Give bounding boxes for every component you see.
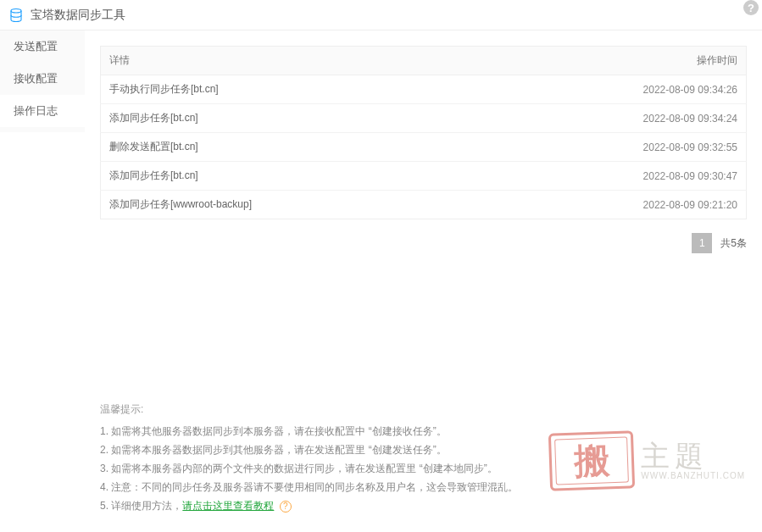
svg-point-0 [11, 8, 21, 13]
page-total: 共5条 [720, 236, 747, 251]
question-icon: ? [280, 501, 292, 513]
page-title: 宝塔数据同步工具 [31, 8, 125, 23]
cell-detail: 添加同步任务[bt.cn] [101, 104, 481, 133]
main-content: 详情 操作时间 手动执行同步任务[bt.cn] 2022-08-09 09:34… [85, 30, 762, 532]
sidebar-item-receive[interactable]: 接收配置 [0, 63, 85, 95]
help-icon[interactable]: ? [743, 0, 759, 15]
cell-time: 2022-08-09 09:30:47 [481, 162, 747, 191]
cell-detail: 手动执行同步任务[bt.cn] [101, 75, 481, 104]
hints-title: 温馨提示: [100, 400, 747, 418]
cell-detail: 删除发送配置[bt.cn] [101, 133, 481, 162]
table-row: 添加同步任务[bt.cn] 2022-08-09 09:34:24 [101, 104, 747, 133]
page-number[interactable]: 1 [692, 233, 712, 253]
cell-detail: 添加同步任务[wwwroot-backup] [101, 191, 481, 219]
sidebar-item-send[interactable]: 发送配置 [0, 30, 85, 63]
table-row: 删除发送配置[bt.cn] 2022-08-09 09:32:55 [101, 133, 747, 162]
hint-item: 3. 如需将本服务器内部的两个文件夹的数据进行同步，请在发送配置里 “创建本地同… [100, 459, 747, 478]
cell-time: 2022-08-09 09:34:24 [481, 104, 747, 133]
log-table: 详情 操作时间 手动执行同步任务[bt.cn] 2022-08-09 09:34… [100, 46, 747, 219]
sidebar: 发送配置 接收配置 操作日志 [0, 30, 85, 132]
hint-item: 1. 如需将其他服务器数据同步到本服务器，请在接收配置中 “创建接收任务”。 [100, 422, 747, 441]
table-row: 手动执行同步任务[bt.cn] 2022-08-09 09:34:26 [101, 75, 747, 104]
hint-link-prefix: 5. 详细使用方法， [100, 500, 182, 512]
hint-item: 5. 详细使用方法，请点击这里查看教程 ? [100, 496, 747, 515]
hint-item: 4. 注意：不同的同步任务及服务器请不要使用相同的同步名称及用户名，这会导致管理… [100, 478, 747, 496]
col-header-time: 操作时间 [481, 47, 747, 75]
cell-time: 2022-08-09 09:34:26 [481, 75, 747, 104]
cell-detail: 添加同步任务[bt.cn] [101, 162, 481, 191]
header: 宝塔数据同步工具 ? [0, 0, 762, 30]
sidebar-item-log[interactable]: 操作日志 [0, 95, 85, 127]
cell-time: 2022-08-09 09:21:20 [481, 191, 747, 219]
tutorial-link[interactable]: 请点击这里查看教程 [182, 500, 274, 512]
cell-time: 2022-08-09 09:32:55 [481, 133, 747, 162]
hint-item: 2. 如需将本服务器数据同步到其他服务器，请在发送配置里 “创建发送任务”。 [100, 441, 747, 459]
database-icon [8, 8, 24, 23]
table-row: 添加同步任务[bt.cn] 2022-08-09 09:30:47 [101, 162, 747, 191]
hints: 温馨提示: 1. 如需将其他服务器数据同步到本服务器，请在接收配置中 “创建接收… [100, 400, 747, 515]
pagination: 1 共5条 [100, 233, 747, 253]
col-header-detail: 详情 [101, 47, 481, 75]
table-row: 添加同步任务[wwwroot-backup] 2022-08-09 09:21:… [101, 191, 747, 219]
